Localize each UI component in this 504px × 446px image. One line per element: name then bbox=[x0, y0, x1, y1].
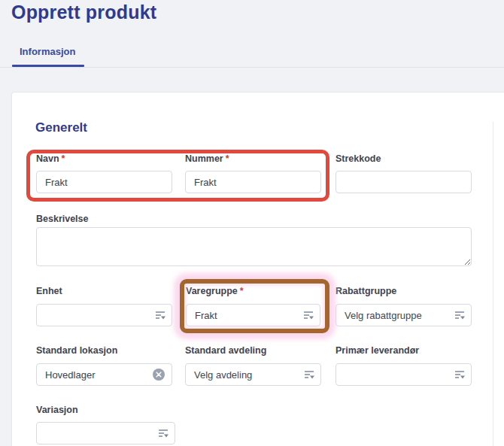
standard-avdeling-label: Standard avdeling bbox=[185, 345, 266, 356]
navn-input[interactable] bbox=[36, 171, 172, 193]
standard-avdeling-field-wrap bbox=[185, 363, 321, 386]
required-marker: * bbox=[226, 153, 229, 164]
beskrivelse-label: Beskrivelse bbox=[36, 214, 89, 224]
varegruppe-field-wrap bbox=[186, 304, 320, 326]
required-marker: * bbox=[62, 153, 65, 164]
varegruppe-combobox[interactable] bbox=[186, 304, 320, 326]
nummer-label: Nummer* bbox=[185, 153, 229, 164]
variasjon-field-wrap bbox=[36, 422, 175, 444]
standard-lokasjon-field-wrap bbox=[36, 363, 172, 386]
tabstrip-divider bbox=[0, 67, 504, 68]
tab-informasjon[interactable]: Informasjon bbox=[20, 46, 75, 57]
primaer-leverandor-field-wrap bbox=[335, 363, 472, 386]
enhet-combobox[interactable] bbox=[36, 304, 172, 326]
varegruppe-label: Varegruppe* bbox=[186, 286, 244, 296]
variasjon-label: Variasjon bbox=[36, 405, 78, 415]
navn-label: Navn* bbox=[36, 153, 65, 164]
beskrivelse-textarea[interactable] bbox=[36, 227, 472, 266]
strekkode-field-wrap bbox=[335, 171, 472, 193]
primaer-leverandor-combobox[interactable] bbox=[335, 363, 472, 386]
enhet-label: Enhet bbox=[36, 286, 62, 296]
primaer-leverandor-label: Primær leverandør bbox=[335, 345, 419, 356]
rabattgruppe-field-wrap bbox=[335, 304, 472, 326]
tab-informasjon-label: Informasjon bbox=[20, 46, 75, 57]
nummer-field-wrap bbox=[185, 171, 321, 193]
rabattgruppe-combobox[interactable] bbox=[335, 304, 472, 326]
rabattgruppe-label: Rabattgruppe bbox=[335, 286, 396, 296]
standard-avdeling-combobox[interactable] bbox=[185, 363, 321, 386]
variasjon-combobox[interactable] bbox=[36, 422, 175, 444]
navn-field-wrap bbox=[36, 171, 172, 193]
enhet-field-wrap bbox=[36, 304, 172, 326]
create-product-screen: Opprett produkt Informasjon Generelt Nav… bbox=[0, 0, 504, 446]
nummer-input[interactable] bbox=[185, 171, 321, 193]
card-right-divider bbox=[493, 122, 493, 446]
strekkode-input[interactable] bbox=[335, 171, 472, 193]
clear-circle-icon[interactable] bbox=[152, 368, 165, 381]
strekkode-label: Strekkode bbox=[335, 153, 381, 164]
form-card bbox=[11, 92, 504, 446]
section-title-generelt: Generelt bbox=[35, 120, 87, 135]
page-title: Opprett produkt bbox=[11, 2, 156, 23]
standard-lokasjon-label: Standard lokasjon bbox=[36, 345, 117, 356]
required-marker: * bbox=[240, 286, 244, 296]
